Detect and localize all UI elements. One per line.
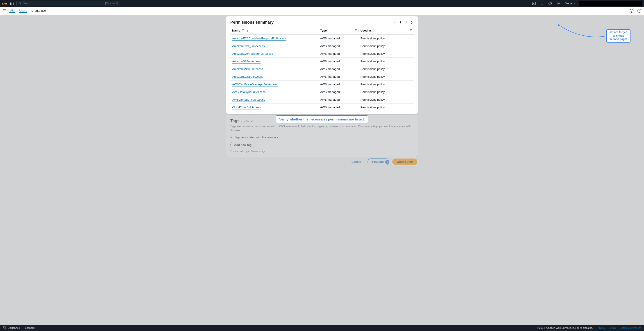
- svg-line-10: [20, 4, 22, 5]
- footer-privacy[interactable]: Privacy: [597, 326, 605, 329]
- column-type-label: Type: [320, 29, 327, 32]
- breadcrumb-bar: IAM › Users › Create user: [0, 7, 644, 15]
- column-used-as[interactable]: Used as ▽: [359, 26, 414, 35]
- account-menu[interactable]: [579, 1, 642, 6]
- info-icon[interactable]: [630, 9, 634, 13]
- services-grid-icon[interactable]: [10, 2, 14, 5]
- annotation-second-page: do not forget to check second page!: [606, 29, 630, 42]
- policy-link[interactable]: AWSCertificateManagerFullAccess: [232, 83, 278, 86]
- top-nav: aws Search [Option+S] Global: [0, 0, 644, 7]
- policy-type: AWS managed: [318, 96, 359, 104]
- action-row: Cancel Previous 8 Create user: [226, 158, 418, 166]
- create-user-button[interactable]: Create user: [392, 158, 418, 165]
- cloudshell-icon[interactable]: [530, 1, 538, 6]
- breadcrumb-users[interactable]: Users: [19, 9, 27, 12]
- column-used-label: Used as: [360, 29, 372, 32]
- svg-rect-4: [12, 3, 12, 4]
- region-selector[interactable]: Global: [562, 1, 577, 6]
- cloudshell-icon[interactable]: [3, 326, 6, 330]
- policy-used-as: Permissions policy: [359, 104, 414, 111]
- footer: CloudShell Feedback © 2024, Amazon Web S…: [0, 325, 644, 331]
- aws-logo[interactable]: aws: [2, 2, 8, 5]
- page-1[interactable]: 1: [399, 20, 402, 24]
- svg-rect-1: [12, 2, 12, 2]
- table-row: AWSDataSyncFullAccessAWS managedPermissi…: [230, 88, 414, 96]
- permissions-summary-panel: Permissions summary 1 2 Name ▲: [226, 16, 418, 114]
- footer-cookie-prefs[interactable]: Cookie preferences: [620, 326, 641, 329]
- policy-used-as: Permissions policy: [359, 58, 414, 65]
- policy-used-as: Permissions policy: [359, 73, 414, 80]
- policy-link[interactable]: AmazonECS_FullAccess: [232, 44, 265, 48]
- policy-link[interactable]: AmazonSNSFullAccess: [232, 67, 263, 71]
- breadcrumb-iam[interactable]: IAM: [10, 9, 15, 12]
- search-icon: [18, 2, 22, 5]
- policy-used-as: Permissions policy: [359, 65, 414, 73]
- policy-link[interactable]: AmazonSQSFullAccess: [232, 75, 263, 79]
- policy-used-as: Permissions policy: [359, 42, 414, 50]
- footer-cloudshell[interactable]: CloudShell: [8, 326, 20, 329]
- pagination: 1 2: [393, 20, 414, 24]
- svg-point-15: [558, 3, 559, 4]
- policy-link[interactable]: CloudFrontFullAccess: [232, 106, 261, 110]
- table-row: CloudFrontFullAccessAWS managedPermissio…: [230, 104, 414, 111]
- chevron-down-icon: [573, 3, 575, 4]
- tags-description: Tags are key-value pairs you can add to …: [230, 124, 414, 132]
- table-row: AWSLambda_FullAccessAWS managedPermissio…: [230, 96, 414, 104]
- svg-rect-6: [10, 4, 11, 5]
- column-name-label: Name: [232, 29, 240, 32]
- policy-type: AWS managed: [318, 65, 359, 73]
- tags-empty-note: No tags associated with the resource.: [230, 136, 414, 139]
- policy-type: AWS managed: [318, 88, 359, 96]
- table-row: AmazonEC2ContainerRegistryFullAccessAWS …: [230, 35, 414, 42]
- settings-icon[interactable]: [554, 1, 562, 6]
- policy-used-as: Permissions policy: [359, 88, 414, 96]
- add-new-tag-button[interactable]: Add new tag: [230, 142, 255, 148]
- policy-link[interactable]: AmazonEventBridgeFullAccess: [232, 52, 273, 56]
- permissions-table: Name ▲ Type ▽ Used as ▽ AmazonEC: [230, 26, 414, 111]
- svg-rect-7: [12, 4, 12, 5]
- menu-icon[interactable]: [3, 9, 6, 12]
- svg-rect-5: [13, 3, 14, 4]
- sort-icon: ▽: [355, 29, 357, 31]
- cancel-button[interactable]: Cancel: [348, 158, 365, 165]
- tags-hint: You can add up to 50 more tags.: [230, 150, 414, 153]
- policy-type: AWS managed: [318, 35, 359, 42]
- policy-used-as: Permissions policy: [359, 35, 414, 42]
- policy-used-as: Permissions policy: [359, 96, 414, 104]
- sort-asc-icon: ▲: [246, 30, 248, 32]
- policy-type: AWS managed: [318, 50, 359, 58]
- footer-terms[interactable]: Terms: [609, 326, 616, 329]
- notifications-icon[interactable]: [538, 1, 546, 6]
- help-icon[interactable]: [546, 1, 554, 6]
- tags-optional-label: - optional: [242, 120, 252, 123]
- region-label: Global: [564, 2, 572, 5]
- policy-link[interactable]: AmazonS3FullAccess: [232, 60, 260, 64]
- previous-button[interactable]: Previous 8: [368, 158, 389, 165]
- page-prev-button: [393, 21, 396, 24]
- column-type[interactable]: Type ▽: [318, 26, 359, 35]
- table-row: AmazonS3FullAccessAWS managedPermissions…: [230, 58, 414, 65]
- sort-icon: ▽: [410, 29, 412, 31]
- column-name[interactable]: Name ▲: [230, 26, 318, 35]
- table-row: AmazonSNSFullAccessAWS managedPermission…: [230, 65, 414, 73]
- previous-button-label: Previous: [372, 160, 384, 164]
- policy-type: AWS managed: [318, 104, 359, 111]
- svg-rect-23: [3, 327, 6, 329]
- svg-rect-2: [13, 2, 14, 2]
- annotation-verify: Verify whether the necessarry permission…: [276, 115, 368, 124]
- policy-link[interactable]: AWSLambda_FullAccess: [232, 98, 265, 102]
- table-row: AmazonEventBridgeFullAccessAWS managedPe…: [230, 50, 414, 58]
- chevron-right-icon: ›: [16, 9, 17, 12]
- page-next-button[interactable]: [410, 21, 414, 24]
- policy-link[interactable]: AmazonEC2ContainerRegistryFullAccess: [232, 37, 286, 40]
- breadcrumb-current: Create user: [32, 9, 47, 12]
- table-row: AmazonSQSFullAccessAWS managedPermission…: [230, 73, 414, 80]
- table-row: AWSCertificateManagerFullAccessAWS manag…: [230, 80, 414, 88]
- footer-feedback[interactable]: Feedback: [24, 326, 34, 329]
- page-2[interactable]: 2: [404, 20, 408, 24]
- clock-icon[interactable]: [637, 9, 641, 13]
- policy-link[interactable]: AWSDataSyncFullAccess: [232, 90, 266, 94]
- external-link-icon: [242, 29, 245, 32]
- search-input[interactable]: Search [Option+S]: [16, 1, 120, 6]
- step-badge: 8: [385, 160, 389, 164]
